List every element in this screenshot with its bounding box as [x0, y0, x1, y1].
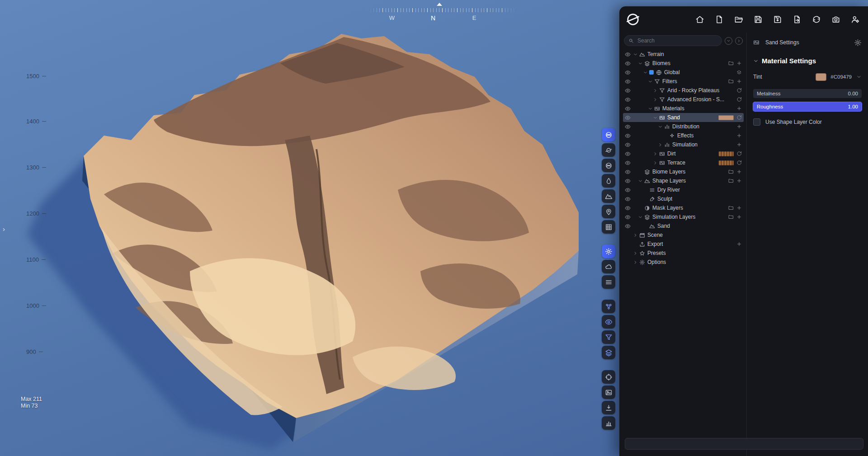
tree-row-sculpt[interactable]: Sculpt: [623, 194, 744, 203]
collapse-all-button[interactable]: [725, 37, 732, 45]
molecule-overlay-button[interactable]: [602, 300, 615, 313]
expand-all-button[interactable]: [735, 37, 743, 45]
chevron-down-icon[interactable]: [643, 70, 648, 75]
tree-row-shape-layers[interactable]: Shape Layers: [623, 176, 744, 185]
visibility-eye-icon[interactable]: [625, 151, 631, 157]
add-plus-icon[interactable]: [736, 61, 742, 66]
folder-icon[interactable]: [728, 169, 734, 174]
visibility-eye-icon[interactable]: [625, 133, 631, 139]
water-drop-button[interactable]: [602, 174, 615, 188]
search-box[interactable]: [624, 35, 722, 46]
home-button[interactable]: [693, 12, 707, 27]
render-settings-gear-button[interactable]: [602, 244, 615, 258]
tree-row-distribution[interactable]: Distribution: [623, 122, 744, 131]
add-plus-icon[interactable]: [736, 133, 742, 138]
add-plus-icon[interactable]: [736, 178, 742, 183]
chevron-right-icon[interactable]: [653, 151, 658, 156]
visibility-eye-icon[interactable]: [625, 52, 631, 57]
filter-overlay-button[interactable]: [602, 330, 615, 344]
tree-row-materials[interactable]: Materials: [623, 104, 744, 113]
planet-view-button[interactable]: [602, 143, 615, 157]
refresh-icon[interactable]: [736, 88, 742, 93]
tint-color-swatch[interactable]: [816, 73, 826, 81]
add-plus-icon[interactable]: [736, 106, 742, 111]
compass[interactable]: W N E: [368, 4, 517, 22]
folder-icon[interactable]: [728, 178, 734, 183]
tree-row-terrace[interactable]: Terrace: [623, 158, 744, 167]
left-panel-expand-handle[interactable]: ›: [3, 225, 5, 233]
chevron-right-icon[interactable]: [653, 160, 658, 165]
visibility-eye-icon[interactable]: [625, 187, 631, 193]
refresh-icon[interactable]: [736, 97, 742, 102]
chevron-down-icon[interactable]: [648, 106, 653, 111]
visibility-eye-icon[interactable]: [625, 70, 631, 75]
add-plus-icon[interactable]: [736, 169, 742, 174]
stack-icon[interactable]: [736, 70, 742, 75]
tree-row-dry-river[interactable]: Dry River: [623, 185, 744, 194]
add-plus-icon[interactable]: [736, 142, 742, 147]
visibility-eye-icon[interactable]: [625, 79, 631, 85]
render-sphere-button[interactable]: [602, 128, 615, 141]
tree-row-filters[interactable]: Filters: [623, 77, 744, 86]
new-document-button[interactable]: [712, 12, 726, 27]
metalness-slider[interactable]: Metalness 0.00: [753, 89, 862, 98]
tree-row-dirt[interactable]: Dirt: [623, 149, 744, 158]
layer-settings-gear-button[interactable]: [854, 39, 862, 47]
tree-row-simulation-layers[interactable]: Simulation Layers: [623, 212, 744, 221]
refresh-icon[interactable]: [736, 151, 742, 156]
chevron-down-icon[interactable]: [638, 215, 643, 220]
add-plus-icon[interactable]: [736, 124, 742, 129]
tint-dropdown-chevron-icon[interactable]: [856, 74, 862, 80]
visibility-eye-icon[interactable]: [625, 178, 631, 184]
chevron-right-icon[interactable]: [658, 142, 663, 147]
terrace-texture-swatch[interactable]: [718, 160, 734, 165]
visibility-eye-icon[interactable]: [625, 61, 631, 66]
sync-button[interactable]: [809, 12, 824, 27]
refresh-icon[interactable]: [736, 115, 742, 120]
add-plus-icon[interactable]: [736, 241, 742, 247]
target-button[interactable]: [602, 370, 615, 384]
use-shape-layer-color-checkbox[interactable]: [753, 118, 760, 126]
tree-row-export[interactable]: Export: [623, 240, 744, 249]
material-settings-section-header[interactable]: Material Settings: [753, 57, 862, 65]
visibility-eye-icon[interactable]: [625, 88, 631, 94]
tree-row-sand-material[interactable]: Sand: [623, 113, 744, 122]
visibility-overlay-button[interactable]: [602, 315, 615, 329]
chevron-right-icon[interactable]: [633, 251, 638, 256]
refresh-icon[interactable]: [736, 160, 742, 165]
chevron-down-icon[interactable]: [638, 179, 643, 183]
screenshot-camera-button[interactable]: [829, 12, 843, 27]
snapshot-image-button[interactable]: [602, 385, 615, 399]
sand-color-swatch[interactable]: [718, 115, 734, 120]
tree-row-arid-rocky-plateaus[interactable]: Arid - Rocky Plateaus: [623, 86, 744, 95]
mountain-view-button[interactable]: [602, 189, 615, 203]
chevron-down-icon[interactable]: [633, 52, 638, 57]
layers-overlay-button[interactable]: [602, 346, 615, 359]
dirt-texture-swatch[interactable]: [718, 151, 734, 156]
cloud-settings-button[interactable]: [602, 260, 615, 273]
visibility-eye-icon[interactable]: [625, 124, 631, 130]
account-settings-button[interactable]: [848, 12, 863, 27]
folder-icon[interactable]: [728, 214, 734, 220]
chevron-right-icon[interactable]: [653, 97, 658, 102]
tree-row-effects[interactable]: Effects: [623, 131, 744, 140]
visibility-eye-icon[interactable]: [625, 214, 631, 220]
chevron-down-icon[interactable]: [638, 61, 643, 66]
tree-row-mask-layers[interactable]: Mask Layers: [623, 203, 744, 212]
roughness-slider[interactable]: Roughness 1.00: [753, 102, 862, 111]
open-folder-button[interactable]: [731, 12, 746, 27]
export-file-button[interactable]: [790, 12, 804, 27]
chevron-down-icon[interactable]: [658, 124, 663, 129]
visibility-eye-icon[interactable]: [625, 142, 631, 148]
tree-row-biome-layers[interactable]: Biome Layers: [623, 167, 744, 176]
chevron-down-icon[interactable]: [648, 79, 653, 84]
tree-row-scene[interactable]: Scene: [623, 230, 744, 240]
tree-row-terrain[interactable]: Terrain: [623, 50, 744, 59]
visibility-eye-icon[interactable]: [625, 196, 631, 202]
chevron-right-icon[interactable]: [653, 88, 658, 93]
tree-row-sand-simulation[interactable]: Sand: [623, 221, 744, 230]
visibility-eye-icon[interactable]: [625, 106, 631, 112]
folder-icon[interactable]: [728, 61, 734, 66]
download-button[interactable]: [602, 401, 615, 414]
list-lines-button[interactable]: [602, 275, 615, 289]
